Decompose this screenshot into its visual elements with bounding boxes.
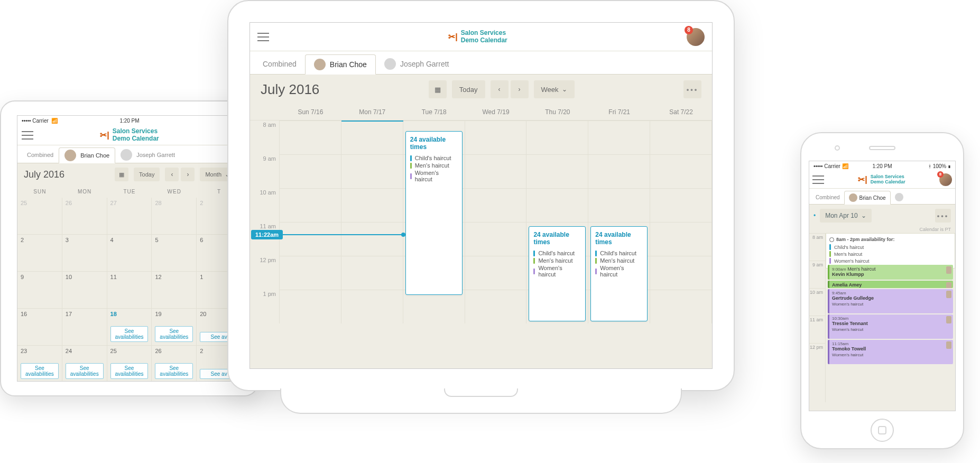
menu-icon[interactable] (812, 175, 824, 184)
grid-icon-button[interactable]: ▦ (115, 168, 128, 181)
today-button[interactable]: Today (134, 168, 160, 181)
laptop-notch (444, 388, 518, 397)
see-availabilities[interactable]: See availabilities (155, 326, 193, 342)
hour-label: 11 am (809, 316, 825, 343)
day-cell[interactable]: 12 (152, 272, 197, 309)
next-button[interactable]: › (511, 80, 529, 98)
date-picker[interactable]: Mon Apr 10 ⌄ (820, 209, 871, 223)
event[interactable]: 10:30am Tressie Tennant Women's haircut (828, 314, 953, 339)
event[interactable]: 9:00am Men's haircut Kevin Klumpp (828, 265, 953, 280)
day-cell[interactable]: 24See availabilities (62, 346, 107, 382)
tab-brian[interactable]: Brian Choe (59, 147, 115, 163)
day-col-tue[interactable]: 24 available times Child's haircut Men's… (403, 121, 465, 323)
prev-button[interactable]: ‹ (491, 80, 509, 98)
now-time-line (280, 234, 403, 235)
tab-joseph[interactable] (891, 190, 908, 204)
tab-brian[interactable]: Brian Choe (844, 191, 891, 205)
tab-joseph[interactable]: Joseph Garrett (115, 147, 180, 163)
user-tabs: Combined Brian Choe Joseph Garrett (250, 51, 712, 75)
today-button[interactable]: Today (452, 80, 485, 98)
day-col-fri[interactable]: 24 available times Child's haircut Men's… (588, 121, 650, 323)
view-select[interactable]: Week ⌄ (534, 80, 575, 98)
day-cell[interactable]: 28 (152, 198, 197, 235)
event[interactable]: 9:45am Gertrude Gulledge Women's haircut (828, 289, 953, 313)
day-cell[interactable]: 17 (62, 309, 107, 346)
app-header: ✂︎| Salon ServicesDemo Calendar 8 (250, 23, 712, 51)
today-indicator (341, 121, 403, 122)
see-availabilities[interactable]: See availabilities (66, 363, 104, 379)
chevron-left-icon: ‹ (171, 171, 173, 178)
grid-icon-button[interactable]: ▦ (429, 80, 447, 98)
user-tabs: Combined Brian Choe (809, 189, 955, 205)
tab-joseph[interactable]: Joseph Garrett (376, 54, 458, 74)
service-item: Child's haircut (410, 155, 458, 161)
day-cell[interactable]: 26 (62, 198, 107, 235)
date-toolbar: • Mon Apr 10 ⌄ ••• (809, 205, 955, 227)
see-availabilities[interactable]: See availabilities (110, 326, 149, 342)
menu-icon[interactable] (22, 131, 33, 140)
dow-sun: SUN (17, 186, 62, 198)
brand-logo: ✂︎| Salon ServicesDemo Calendar (858, 174, 905, 185)
day-cell[interactable]: 9 (17, 272, 62, 309)
day-cell[interactable]: 10 (62, 272, 107, 309)
more-button[interactable]: ••• (683, 80, 701, 98)
phone-status-bar: ••••• Carrier 📶 1:20 PM ᚼ 100% ▮ (809, 161, 955, 171)
service-item: Child's haircut (533, 250, 581, 256)
user-avatar[interactable]: 8 (687, 28, 705, 46)
availability-title: 24 available times (410, 136, 458, 151)
status-battery: ᚼ 100% ▮ (928, 163, 951, 169)
day-cell[interactable]: 11 (107, 272, 152, 309)
next-button[interactable]: › (181, 168, 195, 181)
service-item: Men's haircut (595, 257, 643, 264)
tab-combined[interactable]: Combined (22, 147, 59, 163)
more-button[interactable]: ••• (935, 209, 951, 223)
day-col-mon[interactable] (341, 121, 403, 323)
day-cell[interactable]: 5 (152, 235, 197, 272)
home-button[interactable] (871, 419, 894, 442)
brand-logo: ✂︎| Salon ServicesDemo Calendar (448, 30, 507, 43)
tablet-device: ••••• Carrier 📶 1:20 PM ✂︎| Salon Servic… (0, 100, 259, 396)
availability-title: 24 available times (533, 231, 581, 246)
availability-card[interactable]: 24 available times Child's haircut Men's… (405, 131, 463, 295)
day-cell[interactable]: 2 (17, 235, 62, 272)
day-cell[interactable]: 25See availabilities (107, 346, 152, 382)
menu-icon[interactable] (257, 33, 269, 41)
event[interactable]: 11:15am Tomoko Towell Women's haircut (828, 340, 953, 364)
tab-combined[interactable]: Combined (811, 190, 844, 204)
see-availabilities[interactable]: See availabilities (110, 363, 149, 379)
availability-card[interactable]: 24 available times Child's haircut Men's… (529, 226, 586, 321)
event[interactable]: Amelia Amey (828, 281, 953, 288)
see-availabilities[interactable]: See availabilities (21, 363, 59, 379)
tab-combined[interactable]: Combined (254, 54, 305, 74)
day-cell[interactable]: 25 (17, 198, 62, 235)
laptop-screen: ✂︎| Salon ServicesDemo Calendar 8 Combin… (249, 22, 713, 369)
day-cell[interactable]: 23See availabilities (17, 346, 62, 382)
day-col-wed[interactable] (465, 121, 527, 323)
status-carrier: ••••• Carrier 📶 (813, 163, 848, 169)
scissors-icon: ✂︎| (100, 130, 109, 140)
day-col-sun[interactable] (280, 121, 341, 323)
laptop-device: ✂︎| Salon ServicesDemo Calendar 8 Combin… (227, 0, 735, 391)
tab-brian[interactable]: Brian Choe (305, 54, 376, 75)
day-cell[interactable]: 26See availabilities (152, 346, 197, 382)
now-dot (401, 233, 405, 237)
day-cell[interactable]: 18See availabilities (107, 309, 152, 346)
month-title: July 2016 (24, 169, 64, 180)
service-item: Child's haircut (595, 250, 643, 256)
prev-button[interactable]: ‹ (165, 168, 179, 181)
day-cell[interactable]: 16 (17, 309, 62, 346)
see-availabilities[interactable]: See availabilities (155, 363, 193, 379)
day-cell[interactable]: 4 (107, 235, 152, 272)
day-cell[interactable]: 27 (107, 198, 152, 235)
day-cell[interactable]: 19See availabilities (152, 309, 197, 346)
chevron-right-icon: › (187, 171, 189, 178)
chevron-right-icon: › (519, 86, 521, 93)
user-avatar[interactable]: 8 (939, 173, 952, 186)
day-col-sat[interactable] (650, 121, 712, 323)
hour-label: 12 pm (250, 256, 279, 290)
day-col-thu[interactable]: 24 available times Child's haircut Men's… (526, 121, 588, 323)
status-time: 1:20 PM (872, 163, 892, 169)
availability-card[interactable]: 24 available times Child's haircut Men's… (590, 226, 648, 321)
day-cell[interactable]: 3 (62, 235, 107, 272)
day-column[interactable]: 8am - 2pm availability for: Child's hair… (825, 233, 955, 402)
